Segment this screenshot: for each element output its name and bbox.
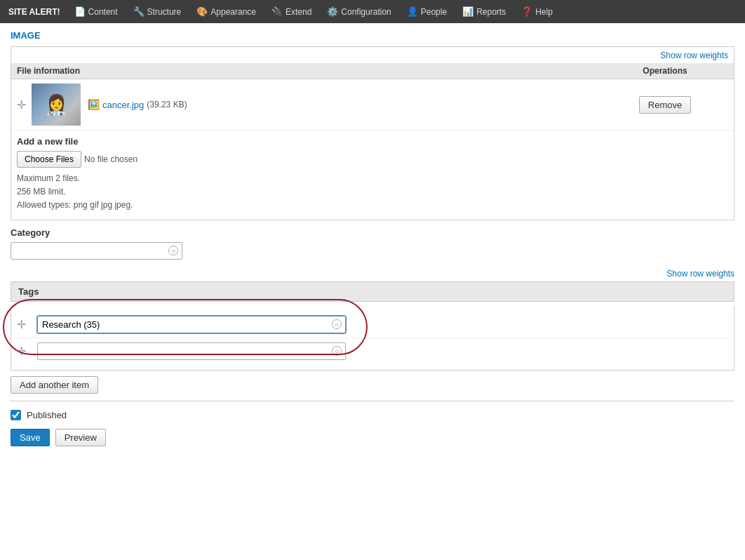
structure-icon: 🔧 — [133, 6, 145, 17]
file-upload-row: Choose Files No file chosen — [17, 151, 728, 168]
nav-structure[interactable]: 🔧 Structure — [126, 0, 189, 23]
file-hint-types: Allowed types: png gif jpg jpeg. — [17, 199, 728, 212]
nav-people[interactable]: 👤 People — [400, 0, 454, 23]
file-size: (39.23 KB) — [147, 100, 187, 109]
add-new-file-label: Add a new file — [17, 136, 728, 147]
file-type-icon: 🖼️ — [88, 99, 100, 110]
people-icon: 👤 — [407, 6, 418, 17]
nav-appearance-label: Appearance — [210, 7, 256, 17]
appearance-icon: 🎨 — [196, 6, 208, 17]
add-another-container: Add another item — [11, 376, 734, 394]
nav-reports[interactable]: 📊 Reports — [455, 0, 513, 23]
tag-row-2: ✛ ○ — [17, 338, 728, 364]
drag-handle-icon[interactable]: ✛ — [17, 98, 26, 112]
nav-help[interactable]: ❓ Help — [514, 0, 560, 23]
published-label: Published — [27, 410, 67, 420]
remove-button[interactable]: Remove — [639, 96, 691, 114]
nav-extend-label: Extend — [286, 7, 311, 17]
tag-select-1[interactable]: Research (35) — [37, 316, 346, 333]
save-button[interactable]: Save — [11, 429, 50, 446]
category-label: Category — [11, 227, 734, 238]
category-select[interactable] — [11, 242, 182, 260]
nav-help-label: Help — [535, 7, 553, 17]
show-row-weights-container: Show row weights — [11, 47, 734, 63]
top-navigation: SITE ALERT! 📄 Content 🔧 Structure 🎨 Appe… — [0, 0, 745, 23]
file-hint-max: Maximum 2 files. — [17, 172, 728, 185]
file-hints: Maximum 2 files. 256 MB limit. Allowed t… — [17, 172, 728, 213]
tag-select-wrapper-2: ○ — [37, 342, 346, 360]
no-file-chosen-label: No file chosen — [84, 154, 137, 164]
tag-row-1: ✛ Research (35) ○ — [17, 312, 728, 338]
file-info: 🖼️ cancer.jpg (39.23 KB) — [88, 99, 602, 110]
configuration-icon: ⚙️ — [327, 6, 338, 17]
nav-configuration-label: Configuration — [341, 7, 391, 17]
nav-appearance[interactable]: 🎨 Appearance — [189, 0, 263, 23]
tag-select-wrapper-1: Research (35) ○ — [37, 316, 346, 333]
preview-button[interactable]: Preview — [55, 429, 106, 446]
image-table: Show row weights File information Operat… — [11, 46, 734, 220]
file-hint-size: 256 MB limit. — [17, 185, 728, 199]
tags-show-row-weights-link[interactable]: Show row weights — [666, 269, 734, 279]
image-section-title: IMAGE — [11, 30, 734, 41]
nav-people-label: People — [421, 7, 447, 17]
nav-configuration[interactable]: ⚙️ Configuration — [320, 0, 398, 23]
nav-structure-label: Structure — [147, 7, 182, 17]
main-content: IMAGE Show row weights File information … — [0, 23, 745, 560]
category-section: Category ○ — [11, 227, 734, 260]
file-thumbnail — [32, 84, 81, 126]
published-checkbox[interactable] — [11, 410, 21, 420]
nav-content[interactable]: 📄 Content — [67, 0, 125, 23]
col-ops-header: Operations — [602, 66, 728, 76]
reports-icon: 📊 — [462, 6, 474, 17]
nav-reports-label: Reports — [476, 7, 506, 17]
file-thumbnail-image — [32, 84, 81, 126]
divider — [11, 401, 734, 401]
col-file-header: File information — [17, 66, 602, 76]
file-link[interactable]: 🖼️ cancer.jpg (39.23 KB) — [88, 99, 602, 110]
site-alert: SITE ALERT! — [3, 7, 66, 17]
tag-select-2[interactable] — [37, 342, 346, 360]
nav-extend[interactable]: 🔌 Extend — [264, 0, 318, 23]
choose-files-button[interactable]: Choose Files — [17, 151, 81, 168]
tag-drag-handle-icon-2[interactable]: ✛ — [17, 345, 26, 358]
published-row: Published — [11, 410, 734, 420]
tags-show-weights-container: Show row weights — [11, 268, 734, 279]
file-name: cancer.jpg — [102, 100, 144, 110]
operations-cell: Remove — [602, 96, 728, 114]
add-another-item-button[interactable]: Add another item — [11, 376, 98, 394]
add-new-file-section: Add a new file Choose Files No file chos… — [11, 131, 734, 220]
extend-icon: 🔌 — [271, 6, 283, 17]
tags-rows-container: ✛ Research (35) ○ ✛ ○ — [11, 306, 734, 371]
nav-content-label: Content — [88, 7, 118, 17]
content-icon: 📄 — [74, 6, 86, 17]
tags-title: Tags — [18, 286, 39, 297]
bottom-buttons: Save Preview — [11, 429, 734, 446]
help-icon: ❓ — [521, 6, 532, 17]
tags-section-header: Tags — [11, 281, 734, 302]
show-row-weights-link[interactable]: Show row weights — [660, 51, 728, 60]
table-row: ✛ 🖼️ cancer.jpg (39.23 KB) Remove — [11, 79, 734, 131]
table-header: File information Operations — [11, 63, 734, 79]
category-select-wrapper: ○ — [11, 242, 182, 260]
tag-drag-handle-icon-1[interactable]: ✛ — [17, 318, 26, 331]
